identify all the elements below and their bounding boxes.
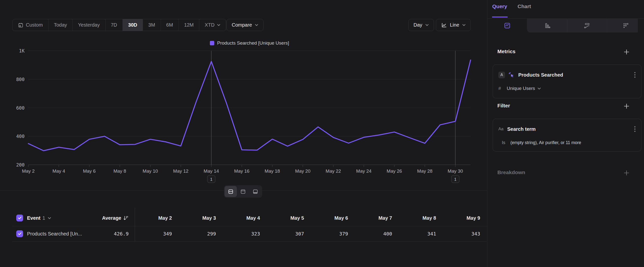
chart-type-dropdown[interactable]: Line: [436, 19, 471, 31]
active-tab-indicator: [492, 17, 508, 18]
metric-name[interactable]: Products Searched: [518, 72, 563, 78]
average-value: 426.9: [114, 231, 135, 237]
date-range-selector: Custom Today Yesterday 7D 30D 3M 6M 12M …: [12, 19, 226, 31]
metric-card[interactable]: A Products Searched # Unique Users: [493, 65, 641, 98]
range-xtd-button[interactable]: XTD: [199, 19, 226, 31]
x-tick-label: May 2: [22, 168, 35, 174]
chevron-down-icon[interactable]: [48, 217, 51, 219]
date-column-header: May 5: [267, 215, 311, 221]
table-row-left: Products Searched [Un... 426.9: [0, 230, 135, 237]
filter-card-header: Aa Search term: [498, 125, 636, 133]
add-breakdown-button[interactable]: [623, 170, 630, 176]
range-3m-button[interactable]: 3M: [143, 19, 161, 31]
y-tick-label: 600: [16, 105, 24, 111]
chevron-down-icon: [255, 24, 258, 26]
granularity-dropdown[interactable]: Day: [408, 19, 434, 31]
view-toggle: [224, 185, 262, 198]
date-column-header: May 7: [355, 215, 399, 221]
x-tick-label: May 4: [52, 168, 65, 174]
viz-tab-flows[interactable]: [567, 19, 607, 33]
metric-card-header: A Products Searched: [498, 71, 636, 79]
line-chart-icon: [441, 22, 447, 28]
metric-options-button[interactable]: [634, 72, 636, 78]
legend-label: Products Searched [Unique Users]: [217, 40, 289, 46]
annotation-badge-label: 1: [454, 177, 456, 182]
filter-card[interactable]: Aa Search term Is (empty string), Air pu…: [493, 119, 641, 151]
table-header-left: Event 1 Average: [0, 214, 135, 221]
cell-value: 323: [223, 231, 267, 237]
event-click-icon: [508, 71, 515, 78]
date-column-header: May 8: [399, 215, 443, 221]
analytics-report-app: Custom Today Yesterday 7D 30D 3M 6M 12M …: [0, 0, 644, 267]
viz-tab-bar[interactable]: [527, 19, 567, 33]
measure-selector[interactable]: Unique Users: [507, 86, 535, 91]
annotation-badge: [207, 175, 215, 183]
cell-value: 349: [135, 231, 179, 237]
range-30d-button[interactable]: 30D: [123, 19, 143, 31]
x-tick-label: May 24: [356, 168, 372, 174]
viz-tab-retention[interactable]: [607, 19, 644, 33]
y-tick-label: 1K: [19, 48, 24, 54]
date-column-header: May 9: [443, 215, 487, 221]
x-tick-label: May 6: [83, 168, 96, 174]
legend-swatch: [210, 41, 214, 45]
event-column-label: Event: [27, 215, 40, 221]
flows-icon: [584, 22, 590, 29]
series-letter-badge: A: [498, 72, 505, 78]
bar-chart-icon: [544, 22, 550, 29]
x-tick-label: May 14: [204, 168, 219, 174]
range-today-button[interactable]: Today: [48, 19, 72, 31]
filter-section-title: Filter: [498, 103, 510, 109]
sort-descending-icon[interactable]: [123, 215, 129, 221]
range-7d-button[interactable]: 7D: [106, 19, 123, 31]
chevron-down-icon: [425, 24, 429, 26]
compare-button[interactable]: Compare: [226, 19, 264, 31]
retention-dots-icon: [622, 22, 629, 29]
cell-value: 343: [443, 231, 487, 237]
chart-only-view-icon: [240, 189, 246, 195]
split-view-button[interactable]: [224, 186, 237, 197]
range-12m-button[interactable]: 12M: [178, 19, 199, 31]
filter-options-button[interactable]: [634, 126, 636, 132]
cell-value: 379: [311, 231, 355, 237]
date-column-header: May 2: [135, 215, 179, 221]
filter-value[interactable]: (empty string), Air purifier, or 11 more: [510, 140, 581, 145]
x-tick-label: May 26: [387, 168, 402, 174]
range-yesterday-button[interactable]: Yesterday: [72, 19, 105, 31]
range-custom-button[interactable]: Custom: [12, 19, 48, 31]
table-row[interactable]: Products Searched [Un... 426.9 349 299 3…: [0, 226, 487, 241]
add-metric-button[interactable]: [623, 49, 630, 55]
filter-operator[interactable]: Is: [502, 140, 510, 145]
select-all-checkbox[interactable]: [16, 214, 23, 221]
range-label: Custom: [26, 22, 43, 28]
insights-line-chart-icon: [504, 22, 511, 29]
metric-measure-row: # Unique Users: [498, 85, 636, 92]
cell-value: 307: [267, 231, 311, 237]
viz-tab-insights[interactable]: [487, 19, 527, 33]
series-line: [28, 60, 470, 151]
table-only-view-button[interactable]: [249, 186, 262, 197]
range-6m-button[interactable]: 6M: [161, 19, 179, 31]
add-filter-button[interactable]: [623, 103, 630, 109]
row-checkbox[interactable]: [16, 230, 23, 237]
x-tick-label: May 28: [417, 168, 432, 174]
series-name: Products Searched [Un...: [27, 231, 82, 237]
x-tick-label: May 8: [114, 168, 126, 174]
table-divider: [12, 241, 487, 242]
breakdown-section-title: Breakdown: [498, 169, 525, 175]
chart-only-view-button[interactable]: [237, 186, 249, 197]
chevron-down-icon[interactable]: [538, 87, 541, 90]
chart-legend: Products Searched [Unique Users]: [28, 39, 470, 47]
metrics-section-title: Metrics: [498, 49, 516, 55]
tab-chart[interactable]: Chart: [518, 4, 531, 9]
kebab-menu-icon: [634, 72, 636, 78]
y-tick-label: 400: [16, 134, 24, 139]
annotation-badge-label: 1: [210, 177, 212, 182]
check-icon: [18, 216, 22, 219]
tab-query[interactable]: Query: [492, 4, 507, 9]
annotation-badge: [452, 175, 459, 183]
filter-property-name[interactable]: Search term: [507, 126, 536, 132]
calendar-icon: [18, 23, 23, 28]
query-builder-panel: Query Chart: [487, 0, 644, 267]
cell-value: 299: [179, 231, 223, 237]
